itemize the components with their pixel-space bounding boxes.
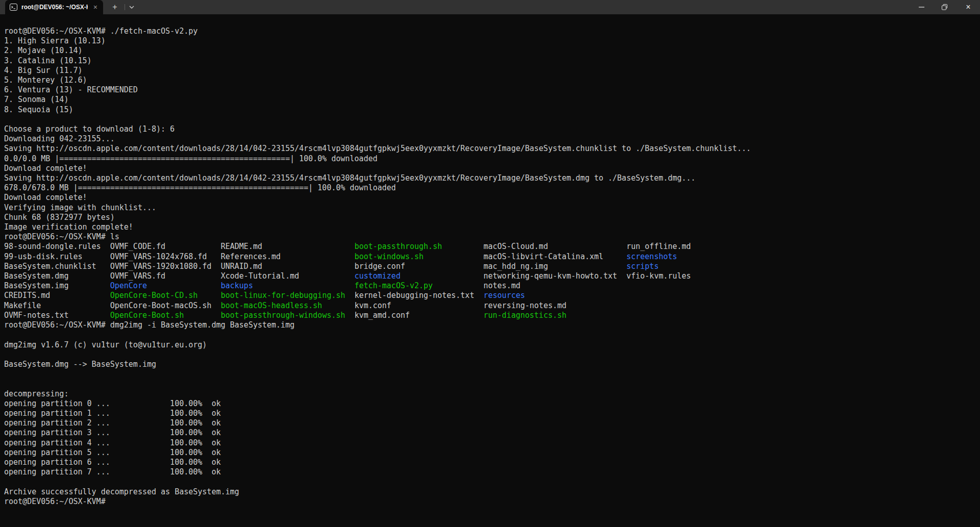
terminal-line: dmg2img v1.6.7 (c) vu1tur (to@vu1tur.eu.… bbox=[4, 340, 980, 350]
terminal-text: 1. High Sierra (10.13) bbox=[4, 36, 106, 45]
terminal-line: root@DEV056:~/OSX-KVM# dmg2img -i BaseSy… bbox=[4, 320, 980, 330]
terminal-text: mac_hdd_ng.img bbox=[483, 262, 548, 271]
minimize-button[interactable] bbox=[910, 0, 933, 14]
terminal-text bbox=[525, 291, 627, 300]
file-directory: customized bbox=[354, 271, 400, 281]
window-close-button[interactable]: × bbox=[957, 0, 980, 14]
new-tab-button[interactable]: + bbox=[107, 0, 122, 14]
terminal-line: decompressing: bbox=[4, 389, 980, 399]
terminal-text: UNRAID.md bbox=[220, 262, 262, 271]
window-close-icon: × bbox=[966, 3, 970, 11]
terminal-text bbox=[391, 301, 484, 310]
terminal-text: Saving http://oscdn.apple.com/content/do… bbox=[4, 173, 696, 183]
terminal-text bbox=[4, 379, 9, 388]
terminal-text: Image verification complete! bbox=[4, 222, 133, 232]
terminal-line: 3. Catalina (10.15) bbox=[4, 56, 980, 66]
file-executable: fetch-macOS-v2.py bbox=[354, 281, 433, 290]
terminal-text bbox=[405, 262, 484, 271]
file-directory: scripts bbox=[626, 262, 658, 271]
terminal-line: opening partition 3 ... 100.00% ok bbox=[4, 428, 980, 438]
terminal-text bbox=[262, 262, 355, 271]
tab-dropdown-button[interactable] bbox=[125, 0, 138, 14]
terminal-line: Download complete! bbox=[4, 193, 980, 203]
terminal-line: 1. High Sierra (10.13) bbox=[4, 36, 980, 46]
titlebar-drag-region bbox=[138, 0, 910, 14]
file-executable: OpenCore-Boot.sh bbox=[110, 311, 184, 320]
terminal-text bbox=[410, 311, 484, 320]
terminal-line bbox=[4, 369, 980, 379]
terminal-text: 4. Big Sur (11.7) bbox=[4, 66, 83, 75]
terminal-line bbox=[4, 379, 980, 389]
terminal-line: 6. Ventura (13) - RECOMMENDED bbox=[4, 85, 980, 95]
terminal-text: Archive successfully decompressed as Bas… bbox=[4, 487, 239, 496]
terminal-text bbox=[4, 330, 9, 339]
terminal-text bbox=[68, 271, 110, 281]
terminal-text: vfio-kvm.rules bbox=[626, 271, 691, 281]
terminal-line: 2. Mojave (10.14) bbox=[4, 46, 980, 56]
terminal-line: 98-sound-dongle.rules OVMF_CODE.fd READM… bbox=[4, 242, 980, 252]
terminal-text: notes.md bbox=[483, 281, 520, 290]
terminal-text bbox=[474, 291, 483, 300]
terminal-text bbox=[198, 291, 220, 300]
terminal-text: Chunk 68 (8372977 bytes) bbox=[4, 213, 115, 222]
terminal-text: bridge.conf bbox=[354, 262, 405, 271]
terminal-text: References.md bbox=[220, 252, 280, 261]
terminal-text bbox=[548, 242, 627, 251]
terminal-text: 5. Monterey (12.6) bbox=[4, 76, 87, 85]
terminal-text bbox=[345, 291, 354, 300]
file-executable: boot-windows.sh bbox=[354, 252, 423, 261]
terminal-text bbox=[41, 301, 110, 310]
terminal-line bbox=[4, 115, 980, 124]
terminal-line: BaseSystem.dmg OVMF_VARS.fd Xcode-Tutori… bbox=[4, 271, 980, 281]
terminal-line: opening partition 5 ... 100.00% ok bbox=[4, 448, 980, 458]
file-directory: backups bbox=[220, 281, 253, 290]
terminal-text: opening partition 2 ... 100.00% ok bbox=[4, 418, 220, 428]
file-executable: boot-passthrough-windows.sh bbox=[220, 311, 345, 320]
terminal-text: CREDITS.md bbox=[4, 291, 50, 300]
tab-close-icon[interactable]: × bbox=[92, 4, 99, 11]
terminal-text: OpenCore-Boot-macOS.sh bbox=[110, 301, 212, 310]
terminal-text: Makefile bbox=[4, 301, 41, 310]
terminal-screen[interactable]: root@DEV056:~/OSX-KVM# ./fetch-macOS-v2.… bbox=[0, 21, 980, 520]
terminal-line: Choose a product to download (1-8): 6 bbox=[4, 124, 980, 134]
file-executable: boot-macOS-headless.sh bbox=[220, 301, 322, 310]
terminal-text bbox=[521, 281, 627, 290]
terminal-text bbox=[4, 369, 9, 379]
terminal-line: opening partition 0 ... 100.00% ok bbox=[4, 399, 980, 409]
terminal-text: kernel-debugging-notes.txt bbox=[354, 291, 474, 300]
terminal-text bbox=[433, 281, 483, 290]
terminal-line: 99-usb-disk.rules OVMF_VARS-1024x768.fd … bbox=[4, 252, 980, 262]
terminal-line: BaseSystem.chunklist OVMF_VARS-1920x1080… bbox=[4, 262, 980, 271]
terminal-text: Verifying image with chunklist... bbox=[4, 203, 156, 212]
terminal-line: Download complete! bbox=[4, 164, 980, 173]
file-directory: resources bbox=[483, 291, 525, 300]
terminal-text bbox=[603, 252, 626, 261]
terminal-text: BaseSystem.img bbox=[4, 281, 68, 290]
terminal-text bbox=[50, 291, 110, 300]
terminal-text: 2. Mojave (10.14) bbox=[4, 46, 83, 55]
file-executable: boot-passthrough.sh bbox=[354, 242, 442, 251]
terminal-text: BaseSystem.dmg bbox=[4, 271, 68, 281]
terminal-text bbox=[4, 477, 9, 486]
terminal-line: CREDITS.md OpenCore-Boot-CD.sh boot-linu… bbox=[4, 291, 980, 300]
terminal-text: 678.0/678.0 MB |========================… bbox=[4, 183, 396, 192]
terminal-line: Downloading 042-23155... bbox=[4, 134, 980, 144]
terminal-line bbox=[4, 477, 980, 487]
terminal-text bbox=[101, 242, 110, 251]
terminal-text: 99-usb-disk.rules bbox=[4, 252, 83, 261]
terminal-line: opening partition 2 ... 100.00% ok bbox=[4, 418, 980, 428]
restore-button[interactable] bbox=[933, 0, 957, 14]
terminal-line: opening partition 6 ... 100.00% ok bbox=[4, 458, 980, 467]
terminal-text bbox=[68, 311, 110, 320]
terminal-line: 8. Sequoia (15) bbox=[4, 105, 980, 115]
terminal-tab[interactable]: root@DEV056: ~/OSX-KVM × bbox=[5, 0, 103, 14]
terminal-line: opening partition 7 ... 100.00% ok bbox=[4, 467, 980, 477]
terminal-text: opening partition 3 ... 100.00% ok bbox=[4, 428, 220, 437]
terminal-text bbox=[96, 262, 110, 271]
terminal-text: root@DEV056:~/OSX-KVM# ls bbox=[4, 232, 119, 241]
terminal-text bbox=[184, 311, 220, 320]
terminal-text: Downloading 042-23155... bbox=[4, 134, 115, 143]
terminal-text: opening partition 4 ... 100.00% ok bbox=[4, 438, 220, 447]
terminal-line: BaseSystem.dmg --> BaseSystem.img bbox=[4, 360, 980, 369]
terminal-text: 8. Sequoia (15) bbox=[4, 105, 73, 114]
